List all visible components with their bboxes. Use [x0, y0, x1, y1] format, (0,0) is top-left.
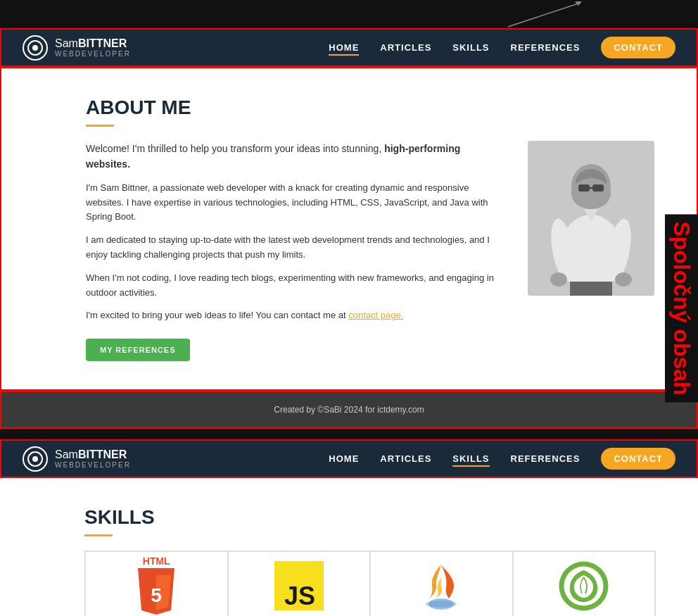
svg-point-7	[571, 178, 611, 209]
side-text: Spoločný obsah	[665, 214, 698, 402]
nav2-link-home[interactable]: HOME	[329, 453, 359, 464]
footer-text-top: Created by ©SaBi 2024 for ictdemy.com	[14, 405, 684, 415]
logo-name2: SamBITTNER	[55, 448, 131, 461]
about-section: ABOUT ME Welcome! I'm thrilled to help y…	[0, 67, 698, 391]
svg-point-19	[32, 456, 38, 462]
svg-point-15	[550, 272, 567, 287]
nav-links2: HOME ARTICLES SKILLS REFERENCES CONTACT	[329, 448, 675, 470]
about-content: Welcome! I'm thrilled to help you transf…	[86, 141, 654, 361]
svg-point-3	[32, 45, 38, 51]
logo2: SamBITTNER WEBDEVELOPER	[23, 446, 131, 472]
nav-link-articles[interactable]: ARTICLES	[380, 42, 431, 53]
navbar-bottom: SamBITTNER WEBDEVELOPER HOME ARTICLES SK…	[0, 439, 698, 478]
nav2-link-skills[interactable]: SKILLS	[452, 453, 489, 464]
spring-icon-area	[514, 552, 655, 616]
contact-button-bottom[interactable]: CONTACT	[601, 448, 675, 470]
nav2-link-articles[interactable]: ARTICLES	[380, 453, 431, 464]
svg-text:JS: JS	[284, 582, 315, 610]
logo-circle	[23, 35, 48, 61]
svg-text:5: 5	[151, 584, 162, 606]
svg-point-16	[615, 272, 632, 287]
nav-link-references[interactable]: REFERENCES	[511, 42, 580, 53]
html-icon-area: HTML 5	[86, 552, 227, 616]
java-icon	[417, 558, 466, 616]
top-arrow-area	[0, 0, 698, 28]
about-para-1: Welcome! I'm thrilled to help you transf…	[86, 141, 507, 172]
html-icon: HTML 5	[135, 555, 177, 616]
nav-link-skills[interactable]: SKILLS	[452, 42, 489, 53]
java-icon-area	[371, 552, 512, 616]
contact-button-top[interactable]: CONTACT	[601, 37, 675, 58]
logo: SamBITTNER WEBDEVELOPER	[23, 35, 131, 61]
about-para-5: I'm excited to bring your web ideas to l…	[86, 308, 507, 323]
nav2-link-references[interactable]: REFERENCES	[511, 453, 580, 464]
spring-icon	[557, 560, 610, 615]
logo-circle2	[23, 446, 48, 472]
about-para-4: When I'm not coding, I love reading tech…	[86, 271, 507, 301]
references-button[interactable]: MY REFERENCES	[86, 339, 190, 361]
svg-rect-8	[578, 184, 590, 191]
svg-marker-1	[575, 1, 582, 6]
skills-underline	[84, 534, 113, 536]
logo-sub: WEBDEVELOPER	[55, 50, 131, 58]
logo-name: SamBITTNER	[55, 37, 131, 50]
contact-page-link[interactable]: contact page.	[348, 310, 403, 320]
skill-card-html: HTML 5 HTML With my expertise in HTML, I…	[85, 551, 228, 616]
js-icon: JS	[274, 561, 324, 613]
svg-point-26	[426, 601, 457, 608]
logo-text2: SamBITTNER WEBDEVELOPER	[55, 448, 131, 469]
svg-rect-17	[570, 282, 612, 296]
svg-line-0	[508, 4, 578, 27]
title-underline	[86, 125, 114, 127]
about-para-2: I'm Sam Bittner, a passionate web develo…	[86, 181, 507, 225]
about-para-3: I am dedicated to staying up-to-date wit…	[86, 233, 507, 263]
about-text: Welcome! I'm thrilled to help you transf…	[86, 141, 507, 361]
about-title: ABOUT ME	[86, 96, 654, 119]
skill-card-js: JS JavaScript Thanks to my proficiency i…	[228, 551, 371, 616]
about-image	[528, 141, 654, 296]
footer-top: Created by ©SaBi 2024 for ictdemy.com	[0, 391, 698, 429]
nav-links: HOME ARTICLES SKILLS REFERENCES CONTACT	[329, 37, 675, 58]
skill-card-spring: Spring Boot I built upon my Java skills …	[513, 551, 656, 616]
person-image	[528, 141, 654, 296]
skills-title: SKILLS	[84, 506, 656, 529]
js-icon-area: JS	[229, 552, 370, 616]
skills-section: SKILLS HTML 5 HTML With my expertise in …	[0, 478, 698, 616]
navbar-top: SamBITTNER WEBDEVELOPER HOME ARTICLES SK…	[0, 28, 698, 67]
logo-text: SamBITTNER WEBDEVELOPER	[55, 37, 131, 58]
svg-rect-9	[592, 184, 604, 191]
nav-link-home[interactable]: HOME	[329, 42, 359, 53]
skill-card-java: Java I learn Java from tutorials on ICTd…	[370, 551, 513, 616]
logo-sub2: WEBDEVELOPER	[55, 461, 131, 469]
separator	[0, 429, 698, 439]
skills-grid: HTML 5 HTML With my expertise in HTML, I…	[84, 551, 656, 616]
